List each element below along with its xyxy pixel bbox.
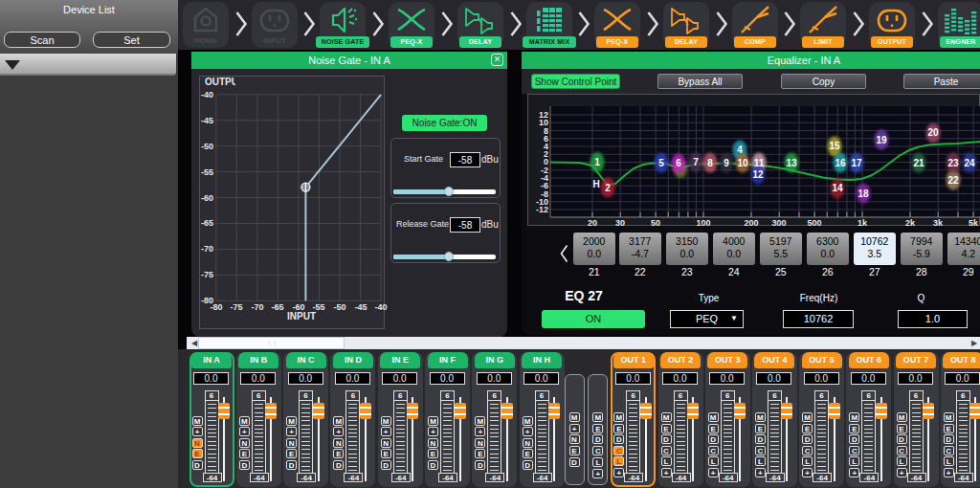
svg-text:20: 20 — [927, 127, 939, 138]
svg-text:23: 23 — [947, 158, 959, 168]
svg-text:18: 18 — [858, 189, 869, 199]
svg-text:16: 16 — [835, 158, 846, 168]
svg-text:19: 19 — [876, 135, 887, 145]
svg-text:14: 14 — [832, 183, 843, 193]
svg-text:2: 2 — [605, 183, 611, 193]
svg-text:13: 13 — [786, 158, 797, 168]
svg-text:8: 8 — [707, 158, 713, 168]
svg-text:24: 24 — [964, 158, 975, 168]
svg-text:7: 7 — [693, 157, 699, 167]
svg-text:17: 17 — [851, 158, 862, 168]
svg-text:5: 5 — [658, 158, 664, 168]
svg-text:12: 12 — [752, 169, 764, 180]
svg-text:10: 10 — [737, 158, 748, 168]
svg-text:1: 1 — [594, 157, 600, 167]
svg-text:22: 22 — [947, 175, 959, 186]
svg-text:H: H — [592, 179, 599, 189]
svg-text:21: 21 — [913, 158, 924, 168]
svg-text:9: 9 — [724, 158, 729, 168]
svg-text:6: 6 — [676, 158, 681, 168]
svg-text:11: 11 — [754, 158, 765, 168]
svg-text:4: 4 — [737, 144, 743, 155]
svg-text:15: 15 — [829, 141, 840, 151]
